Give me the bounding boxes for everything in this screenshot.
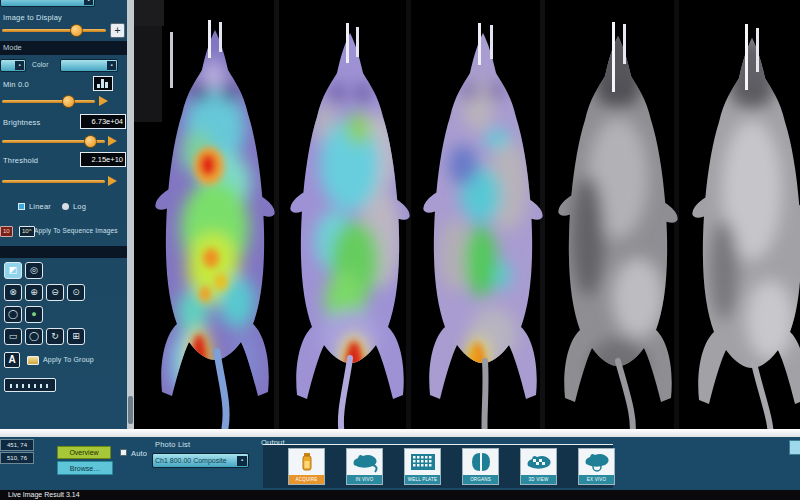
log-radio-label: Log bbox=[73, 202, 86, 211]
mouse-icon bbox=[347, 449, 382, 475]
mouse2-icon bbox=[579, 449, 614, 475]
imaging-app-window: ▪ Image to Display + Mode ▪ Color ▪ Min … bbox=[0, 0, 800, 500]
image-display-label: Image to Display bbox=[3, 13, 62, 22]
photo-list-dropdown[interactable]: Ch1 800.00 Composite ▪ bbox=[152, 453, 249, 468]
organs-button[interactable]: ORGANS bbox=[462, 448, 499, 485]
threshold-label: Threshold bbox=[3, 156, 38, 165]
sidebar-scrollbar[interactable] bbox=[127, 0, 134, 429]
ruler-button[interactable] bbox=[4, 378, 56, 392]
acquire-button[interactable]: ACQUIRE bbox=[288, 448, 325, 485]
scrollbar-thumb[interactable] bbox=[128, 396, 133, 424]
ex-vivo-button[interactable]: EX VIVO bbox=[578, 448, 615, 485]
status-text: Live Image Result 3.14 bbox=[8, 491, 80, 498]
min-slider-handle[interactable] bbox=[62, 95, 75, 108]
linear-radio-label: Linear bbox=[29, 202, 51, 211]
slider-arrow-icon[interactable] bbox=[108, 176, 117, 186]
circle-roi-tool[interactable]: ◯ bbox=[25, 328, 43, 345]
mouse-subject-2 bbox=[288, 23, 412, 429]
status-bar: Live Image Result 3.14 bbox=[0, 490, 800, 500]
brightness-label: Brightness bbox=[3, 118, 40, 127]
photo-list-label: Photo List bbox=[155, 440, 190, 449]
horizontal-divider bbox=[0, 429, 800, 437]
readout-top[interactable]: 451, 74 bbox=[0, 439, 34, 451]
image-display-slider-handle[interactable] bbox=[70, 24, 83, 37]
well-plate-button[interactable]: WELL PLATE bbox=[404, 448, 441, 485]
mouse-subject-3 bbox=[421, 23, 545, 429]
threshold-value[interactable]: 2.15e+10 bbox=[80, 152, 126, 167]
db-chip[interactable]: 10 bbox=[0, 226, 13, 237]
log-scale-icon[interactable]: 10^ bbox=[19, 226, 35, 237]
grid-roi-tool[interactable]: ⊞ bbox=[67, 328, 85, 345]
chevron-down-icon[interactable]: ▪ bbox=[107, 61, 116, 70]
brightness-value[interactable]: 6.73e+04 bbox=[80, 114, 126, 129]
apply-sequence-label[interactable]: Apply To Sequence Images bbox=[34, 227, 118, 234]
color-dropdown-right[interactable]: ▪ bbox=[60, 59, 118, 72]
readout-bottom[interactable]: 510, 76 bbox=[0, 452, 34, 464]
vial-icon bbox=[289, 449, 324, 475]
section-divider bbox=[0, 246, 127, 258]
slider-arrow-icon[interactable] bbox=[99, 96, 108, 106]
mouse-scan-icon bbox=[521, 449, 556, 475]
pan-tool[interactable]: ◩ bbox=[4, 262, 22, 279]
mouse-image-canvas bbox=[134, 0, 800, 429]
min-slider[interactable] bbox=[2, 100, 95, 103]
zoom-fit-tool[interactable]: ⊗ bbox=[4, 284, 22, 301]
color-label: Color bbox=[32, 61, 49, 68]
apply-group-label[interactable]: Apply To Group bbox=[43, 356, 94, 363]
top-dropdown[interactable]: ▪ bbox=[0, 0, 95, 7]
overview-button[interactable]: Overview bbox=[57, 446, 111, 459]
min-label: Min 0.0 bbox=[3, 80, 29, 89]
browse-button[interactable]: Browse… bbox=[57, 461, 113, 475]
annotate-button[interactable]: A bbox=[4, 352, 20, 368]
well-plate-icon bbox=[405, 449, 440, 475]
chevron-down-icon[interactable]: ▪ bbox=[84, 0, 93, 5]
add-button[interactable]: + bbox=[110, 23, 125, 38]
color-dropdown-left[interactable]: ▪ bbox=[0, 59, 26, 72]
zoom-out-tool[interactable]: ⊖ bbox=[46, 284, 64, 301]
brain-icon bbox=[463, 449, 498, 475]
surface-button[interactable]: 3D VIEW bbox=[520, 448, 557, 485]
chevron-down-icon[interactable]: ▪ bbox=[237, 456, 247, 466]
bottom-toolbar: 451, 74 510, 76 Overview Browse… Auto Ph… bbox=[0, 437, 800, 490]
auto-checkbox-label: Auto bbox=[131, 449, 147, 458]
image-display-slider[interactable] bbox=[2, 29, 106, 32]
section-header: Mode bbox=[0, 41, 127, 55]
mouse-subject-5 bbox=[690, 24, 800, 429]
mouse-subject-4 bbox=[556, 22, 680, 429]
brightness-slider-handle[interactable] bbox=[84, 135, 97, 148]
in-vivo-button[interactable]: IN VIVO bbox=[346, 448, 383, 485]
rect-roi-tool[interactable]: ▭ bbox=[4, 328, 22, 345]
crosshair-tool[interactable]: ◎ bbox=[25, 262, 43, 279]
rotate-tool[interactable]: ↻ bbox=[46, 328, 64, 345]
sphere-roi-tool[interactable]: ● bbox=[25, 306, 43, 323]
tool-palette-panel: ▪ Image to Display + Mode ▪ Color ▪ Min … bbox=[0, 0, 127, 429]
slider-arrow-icon[interactable] bbox=[108, 136, 117, 146]
scroll-corner-button[interactable] bbox=[789, 440, 800, 455]
image-viewer[interactable] bbox=[134, 0, 800, 429]
zoom-in-tool[interactable]: ⊕ bbox=[25, 284, 43, 301]
zoom-reset-tool[interactable]: ⊙ bbox=[67, 284, 85, 301]
chevron-down-icon[interactable]: ▪ bbox=[15, 61, 24, 70]
log-radio[interactable] bbox=[62, 203, 69, 210]
auto-checkbox[interactable] bbox=[120, 449, 127, 456]
histogram-button[interactable] bbox=[93, 76, 113, 91]
threshold-slider[interactable] bbox=[2, 180, 105, 183]
ellipse-roi-tool[interactable]: ◯ bbox=[4, 306, 22, 323]
linear-radio[interactable] bbox=[18, 203, 25, 210]
palette-icon[interactable] bbox=[27, 356, 39, 365]
